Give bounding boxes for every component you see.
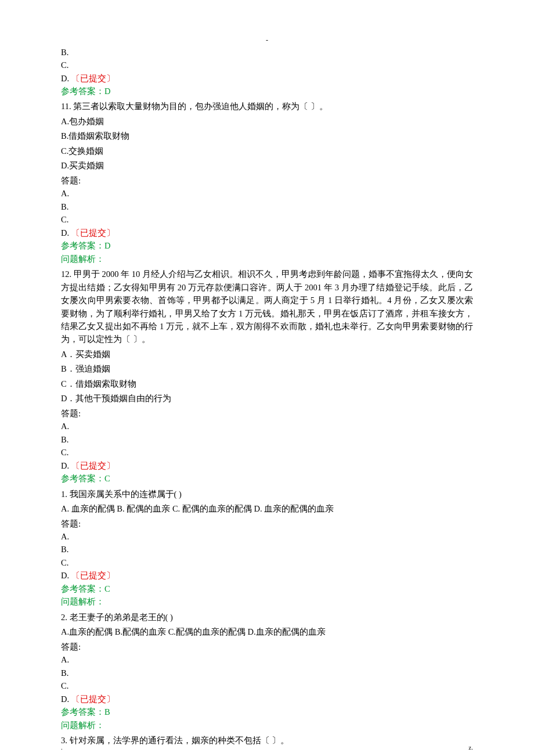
q1-opt-a: A. xyxy=(61,530,473,543)
q1-opt-b: B. xyxy=(61,543,473,556)
q12-opt-a: A. xyxy=(61,420,473,433)
q11-choice-a: A.包办婚姻 xyxy=(61,115,473,128)
q12-opt-d: D. 〔已提交〕 xyxy=(61,459,473,472)
q2-d-prefix: D. xyxy=(61,694,71,704)
q1-answer-label: 答题: xyxy=(61,517,473,530)
q2-opt-a: A. xyxy=(61,653,473,666)
q2-opt-b: B. xyxy=(61,667,473,679)
q12-choice-b: B．强迫婚姻 xyxy=(61,362,473,375)
q11-d-submitted: 〔已提交〕 xyxy=(71,228,115,237)
q11-opt-a: A. xyxy=(61,187,473,200)
q2-ref-answer: 参考答案：B xyxy=(61,705,473,718)
q11-opt-b: B. xyxy=(61,200,473,213)
prev-opt-c: C. xyxy=(61,59,473,71)
q2-d-submitted: 〔已提交〕 xyxy=(71,694,115,704)
q11-analysis: 问题解析： xyxy=(61,253,473,265)
q1-opt-d: D. 〔已提交〕 xyxy=(61,569,473,582)
q12-choice-a: A．买卖婚姻 xyxy=(61,348,473,361)
q1-text: 1. 我国亲属关系中的连襟属于( ) xyxy=(61,488,473,501)
q12-text: 12. 甲男于 2000 年 10 月经人介绍与乙女相识。相识不久，甲男考虑到年… xyxy=(61,268,473,346)
q2-choices: A.血亲的配偶 B.配偶的血亲 C.配偶的血亲的配偶 D.血亲的配偶的血亲 xyxy=(61,625,473,638)
q11-answer-label: 答题: xyxy=(61,174,473,187)
q2-answer-label: 答题: xyxy=(61,640,473,653)
q11-choice-b: B.借婚姻索取财物 xyxy=(61,129,473,142)
q2-opt-c: C. xyxy=(61,679,473,692)
q11-opt-c: C. xyxy=(61,213,473,226)
q1-d-prefix: D. xyxy=(61,571,71,580)
q11-choice-c: C.交换婚姻 xyxy=(61,145,473,157)
q1-choices: A. 血亲的配偶 B. 配偶的血亲 C. 配偶的血亲的配偶 D. 血亲的配偶的血… xyxy=(61,502,473,515)
document-page: - B. C. D. 〔已提交〕 参考答案：D 11. 第三者以索取大量财物为目… xyxy=(0,0,534,756)
q12-d-prefix: D. xyxy=(61,461,71,470)
prev-d-prefix: D. xyxy=(61,74,71,83)
footer-left: . xyxy=(61,743,63,753)
q12-d-submitted: 〔已提交〕 xyxy=(71,461,115,470)
q11-opt-d: D. 〔已提交〕 xyxy=(61,226,473,239)
q12-choice-c: C．借婚姻索取财物 xyxy=(61,377,473,390)
q2-opt-d: D. 〔已提交〕 xyxy=(61,693,473,705)
q1-ref-answer: 参考答案：C xyxy=(61,582,473,595)
footer-right: z. xyxy=(468,743,473,753)
q12-answer-label: 答题: xyxy=(61,407,473,420)
q2-text: 2. 老王妻子的弟弟是老王的( ) xyxy=(61,611,473,624)
q11-text: 11. 第三者以索取大量财物为目的，包办强迫他人婚姻的，称为〔 〕。 xyxy=(61,100,473,113)
q12-choice-d: D．其他干预婚姻自由的行为 xyxy=(61,392,473,405)
q2-analysis: 问题解析： xyxy=(61,719,473,732)
prev-opt-d: D. 〔已提交〕 xyxy=(61,72,473,85)
q11-ref-answer: 参考答案：D xyxy=(61,239,473,252)
q12-opt-c: C. xyxy=(61,446,473,459)
page-top-marker: - xyxy=(61,35,473,46)
q1-opt-c: C. xyxy=(61,556,473,569)
q1-d-submitted: 〔已提交〕 xyxy=(71,571,115,580)
q1-analysis: 问题解析： xyxy=(61,595,473,608)
page-footer: . z. xyxy=(61,743,473,753)
q11-choice-d: D.买卖婚姻 xyxy=(61,159,473,172)
prev-d-submitted: 〔已提交〕 xyxy=(71,74,115,83)
q12-ref-answer: 参考答案：C xyxy=(61,472,473,485)
q11-d-prefix: D. xyxy=(61,228,71,237)
prev-ref-answer: 参考答案：D xyxy=(61,85,473,98)
q12-opt-b: B. xyxy=(61,433,473,446)
prev-opt-b: B. xyxy=(61,46,473,59)
